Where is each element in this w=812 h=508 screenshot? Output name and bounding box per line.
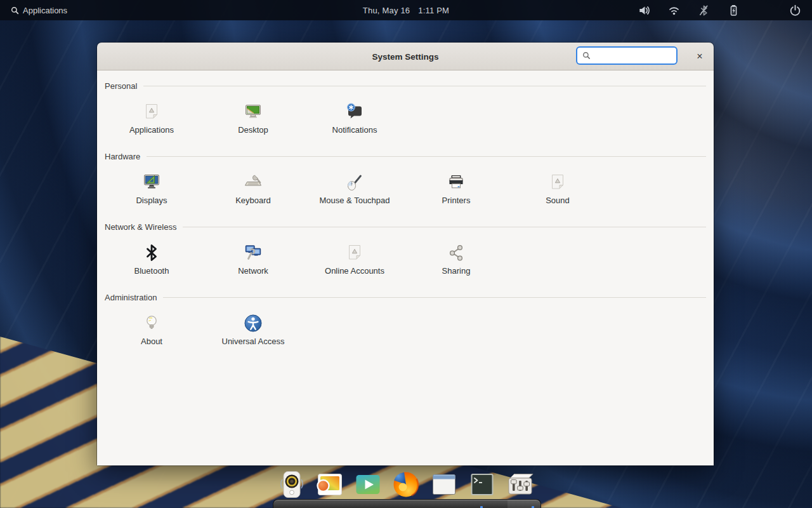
settings-item-label: Universal Access	[222, 337, 285, 346]
settings-item-label: Keyboard	[235, 196, 271, 205]
settings-item-universal-access[interactable]: Universal Access	[202, 313, 304, 346]
titlebar[interactable]: System Settings ×	[97, 43, 714, 70]
settings-item-applications[interactable]: Applications	[101, 102, 202, 135]
partial-window-segment	[508, 500, 540, 508]
status-area	[638, 4, 802, 17]
settings-item-online-accounts[interactable]: Online Accounts	[304, 243, 405, 276]
notifications-icon	[344, 102, 365, 122]
section-divider	[143, 86, 706, 86]
photos-app-icon[interactable]	[315, 469, 345, 500]
terminal-icon[interactable]	[467, 469, 497, 500]
mouse-touchpad-icon	[344, 172, 365, 192]
bluetooth-icon	[141, 243, 162, 263]
clock-time: 1:11 PM	[418, 6, 449, 15]
missing-image-icon	[141, 102, 162, 122]
speaker-app-icon[interactable]	[277, 469, 307, 500]
system-settings-window: System Settings × Personal	[97, 43, 714, 465]
section-label: Personal	[105, 81, 137, 91]
search-entry[interactable]	[576, 46, 678, 65]
applications-menu-label: Applications	[23, 6, 67, 15]
section-administration: Administration About	[97, 282, 714, 352]
settings-item-notifications[interactable]: Notifications	[304, 102, 405, 135]
desktop: Applications Thu, May 16 1:11 PM	[0, 0, 812, 508]
partial-window-titlebar[interactable]	[273, 499, 541, 508]
settings-item-label: Printers	[442, 196, 471, 205]
settings-item-desktop[interactable]: Desktop	[202, 102, 304, 135]
close-button[interactable]: ×	[690, 46, 710, 67]
keyboard-icon	[243, 172, 263, 192]
section-divider	[183, 227, 706, 227]
settings-item-label: Online Accounts	[325, 266, 384, 276]
section-personal: Personal Applications	[97, 70, 714, 141]
settings-item-keyboard[interactable]: Keyboard	[202, 172, 304, 205]
section-network-wireless: Network & Wireless Bluetooth	[97, 211, 714, 282]
settings-item-label: Bluetooth	[134, 266, 169, 276]
applications-menu[interactable]: Applications	[6, 0, 71, 20]
settings-item-mouse-touchpad[interactable]: Mouse & Touchpad	[304, 172, 405, 205]
section-divider	[163, 297, 706, 298]
search-icon	[10, 6, 20, 15]
dock	[277, 469, 535, 500]
settings-item-label: About	[141, 337, 162, 346]
mixer-app-icon[interactable]	[505, 469, 535, 500]
volume-icon[interactable]	[638, 4, 651, 17]
section-divider	[147, 156, 706, 157]
settings-item-about[interactable]: About	[101, 313, 202, 346]
clock[interactable]: Thu, May 16 1:11 PM	[363, 6, 449, 15]
universal-access-icon	[243, 313, 263, 333]
missing-image-icon	[547, 172, 568, 192]
battery-charging-icon[interactable]	[727, 4, 740, 17]
settings-item-label: Sound	[546, 196, 570, 205]
displays-icon	[141, 172, 162, 192]
desktop-icon	[243, 102, 263, 122]
missing-image-icon	[344, 243, 365, 263]
sharing-icon	[446, 243, 466, 263]
settings-item-sound[interactable]: Sound	[507, 172, 608, 205]
settings-item-network[interactable]: Network	[202, 243, 304, 276]
clock-date: Thu, May 16	[363, 6, 410, 15]
settings-item-label: Mouse & Touchpad	[319, 196, 390, 205]
bluetooth-disabled-icon[interactable]	[697, 4, 710, 17]
section-hardware: Hardware Displays	[97, 141, 714, 211]
search-input[interactable]	[591, 50, 676, 61]
search-icon	[582, 51, 591, 60]
power-icon[interactable]	[789, 4, 802, 17]
settings-item-bluetooth[interactable]: Bluetooth	[101, 243, 202, 276]
settings-item-printers[interactable]: Printers	[405, 172, 507, 205]
settings-item-label: Applications	[129, 125, 174, 135]
network-icon	[243, 243, 263, 263]
wifi-icon[interactable]	[667, 4, 681, 17]
top-bar: Applications Thu, May 16 1:11 PM	[0, 0, 812, 20]
videos-app-icon[interactable]	[353, 469, 383, 500]
settings-item-label: Desktop	[238, 125, 268, 135]
file-manager-icon[interactable]	[429, 469, 459, 500]
section-label: Network & Wireless	[105, 222, 176, 232]
settings-item-label: Sharing	[442, 266, 471, 276]
lightbulb-icon	[141, 313, 162, 333]
settings-panel: Personal Applications	[97, 70, 714, 465]
settings-item-displays[interactable]: Displays	[101, 172, 202, 205]
settings-item-label: Notifications	[332, 125, 377, 135]
settings-item-label: Displays	[136, 196, 167, 205]
settings-item-sharing[interactable]: Sharing	[405, 243, 507, 276]
section-label: Hardware	[105, 152, 140, 161]
firefox-icon[interactable]	[391, 469, 421, 500]
settings-item-label: Network	[238, 266, 268, 276]
printer-icon	[446, 172, 466, 192]
section-label: Administration	[105, 293, 157, 302]
